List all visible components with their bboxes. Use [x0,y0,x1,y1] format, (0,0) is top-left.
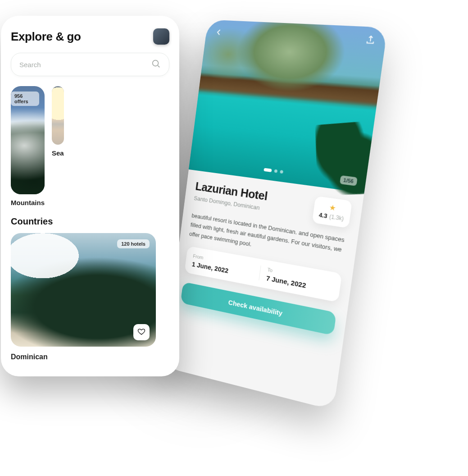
rating-count: (1.3k) [329,213,344,222]
back-icon[interactable] [214,27,224,39]
search-icon [151,59,161,70]
phone-explore: Explore & go 956 offers Mountains Sea Co… [1,16,179,376]
category-label-mountains: Mountains [11,199,45,206]
category-card-mountains[interactable]: 956 offers [11,86,45,194]
avatar[interactable] [153,28,169,45]
share-icon[interactable] [364,34,377,47]
hotels-badge: 120 hotels [117,239,150,248]
svg-point-0 [153,60,159,66]
offers-badge: 956 offers [11,92,39,106]
country-card-dominican[interactable]: 120 hotels [11,233,156,347]
carousel-dots[interactable] [264,168,283,174]
heart-icon [137,328,145,337]
category-label-sea: Sea [52,149,64,157]
category-card-sea[interactable] [52,86,64,145]
hero-image[interactable]: 1/56 [189,19,388,193]
date-divider [259,265,261,280]
page-title: Explore & go [11,30,81,44]
country-label: Dominican [11,353,169,361]
search-input[interactable] [19,61,151,69]
favorite-button[interactable] [133,324,150,340]
rating-card[interactable]: ★ 4.3 (1.3k) [312,196,352,228]
rating-value: 4.3 [318,211,328,220]
countries-heading: Countries [11,216,169,227]
search-field[interactable] [11,53,169,76]
